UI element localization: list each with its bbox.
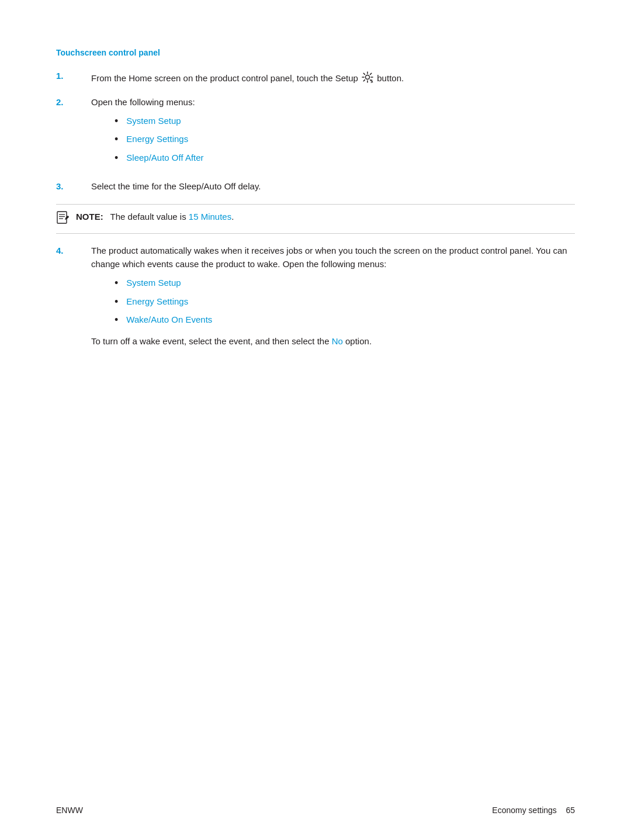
list-item: • Wake/Auto On Events bbox=[115, 313, 575, 327]
step-3-number: 3. bbox=[56, 180, 91, 193]
svg-rect-1 bbox=[57, 212, 67, 223]
footer: ENWW Economy settings 65 bbox=[56, 804, 575, 817]
energy-settings-link-1: Energy Settings bbox=[126, 133, 188, 146]
step-1-text-before: From the Home screen on the product cont… bbox=[91, 73, 360, 83]
step-2-text: Open the following menus: bbox=[91, 97, 195, 107]
note-box: NOTE: The default value is 15 Minutes. bbox=[56, 204, 575, 234]
step-4-number: 4. bbox=[56, 244, 91, 258]
footer-right: Economy settings 65 bbox=[492, 804, 575, 817]
note-content: NOTE: The default value is 15 Minutes. bbox=[76, 210, 234, 224]
list-item: • Sleep/Auto Off After bbox=[115, 151, 575, 165]
sleep-auto-off-link: Sleep/Auto Off After bbox=[126, 151, 203, 165]
step-4-footer: To turn off a wake event, select the eve… bbox=[91, 335, 575, 348]
note-text-after: . bbox=[231, 212, 234, 222]
list-item: • System Setup bbox=[115, 115, 575, 128]
step-3: 3. Select the time for the Sleep/Auto Of… bbox=[56, 180, 575, 193]
energy-settings-link-2: Energy Settings bbox=[126, 295, 188, 309]
step-1-text-after: button. bbox=[375, 73, 404, 83]
steps-container: 1. From the Home screen on the product c… bbox=[56, 70, 575, 348]
note-highlight: 15 Minutes bbox=[189, 212, 231, 222]
step-4: 4. The product automatically wakes when … bbox=[56, 244, 575, 348]
section-title: Touchscreen control panel bbox=[56, 47, 575, 59]
step-1-number: 1. bbox=[56, 70, 91, 83]
step-1-content: From the Home screen on the product cont… bbox=[91, 70, 575, 85]
step-4-text: The product automatically wakes when it … bbox=[91, 246, 567, 269]
list-item: • Energy Settings bbox=[115, 133, 575, 146]
step-4-sublist: • System Setup • Energy Settings • Wake/… bbox=[115, 276, 575, 327]
step-4-footer-before: To turn off a wake event, select the eve… bbox=[91, 336, 332, 346]
footer-page-number: 65 bbox=[566, 806, 575, 815]
bullet-icon: • bbox=[115, 115, 118, 128]
step-1: 1. From the Home screen on the product c… bbox=[56, 70, 575, 85]
note-text-before: The default value is bbox=[110, 212, 189, 222]
note-icon bbox=[56, 211, 70, 228]
list-item: • Energy Settings bbox=[115, 295, 575, 309]
setup-icon bbox=[362, 71, 373, 87]
step-4-content: The product automatically wakes when it … bbox=[91, 244, 575, 348]
bullet-icon: • bbox=[115, 313, 118, 327]
step-4-footer-after: option. bbox=[343, 336, 372, 346]
note-label: NOTE: bbox=[76, 212, 103, 222]
step-3-content: Select the time for the Sleep/Auto Off d… bbox=[91, 180, 575, 193]
step-2-number: 2. bbox=[56, 96, 91, 109]
system-setup-link-2: System Setup bbox=[126, 276, 181, 290]
bullet-icon: • bbox=[115, 133, 118, 146]
system-setup-link-1: System Setup bbox=[126, 115, 181, 128]
page: Touchscreen control panel 1. From the Ho… bbox=[0, 0, 631, 840]
step-2-sublist: • System Setup • Energy Settings • Sleep… bbox=[115, 115, 575, 165]
step-2: 2. Open the following menus: • System Se… bbox=[56, 96, 575, 170]
wake-auto-on-link: Wake/Auto On Events bbox=[126, 313, 212, 327]
no-highlight: No bbox=[332, 336, 343, 346]
list-item: • System Setup bbox=[115, 276, 575, 290]
svg-point-0 bbox=[366, 75, 370, 79]
bullet-icon: • bbox=[115, 295, 118, 309]
bullet-icon: • bbox=[115, 151, 118, 165]
bullet-icon: • bbox=[115, 276, 118, 290]
step-2-content: Open the following menus: • System Setup… bbox=[91, 96, 575, 170]
footer-left: ENWW bbox=[56, 804, 83, 817]
footer-section: Economy settings bbox=[492, 806, 557, 815]
